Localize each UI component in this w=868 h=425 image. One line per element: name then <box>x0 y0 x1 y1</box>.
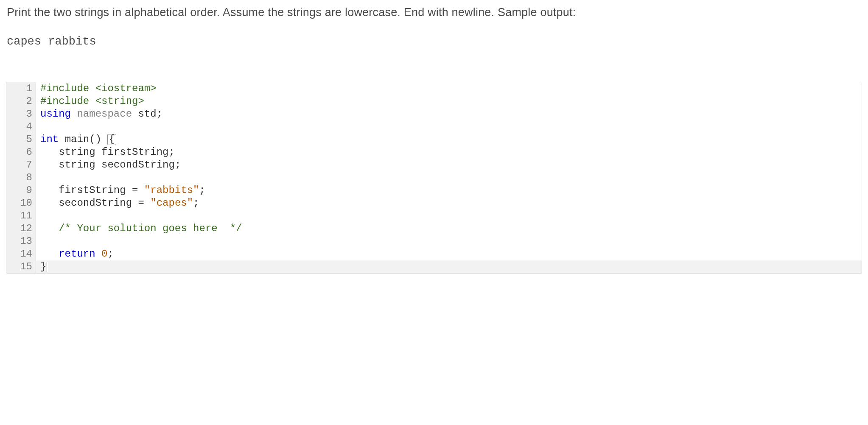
code-line[interactable]: 5int main() { <box>6 133 862 146</box>
code-token: return <box>59 248 95 260</box>
code-token <box>132 108 138 120</box>
code-line[interactable]: 12 /* Your solution goes here */ <box>6 222 862 235</box>
code-editor-content[interactable]: 1#include <iostream>2#include <string>3u… <box>6 82 862 273</box>
code-text[interactable] <box>36 171 862 184</box>
line-number: 6 <box>6 146 36 159</box>
code-token: ; <box>157 108 162 120</box>
code-token: ; <box>199 185 205 196</box>
code-token <box>71 108 77 120</box>
code-token: "rabbits" <box>144 185 199 196</box>
code-token <box>59 134 64 145</box>
code-line[interactable]: 15} <box>6 260 862 273</box>
code-token: } <box>40 261 46 272</box>
code-token: = <box>138 197 150 209</box>
code-text[interactable]: #include <string> <box>36 95 862 108</box>
sample-output: capes rabbits <box>7 35 862 48</box>
page-root: Print the two strings in alphabetical or… <box>0 0 868 274</box>
code-line[interactable]: 1#include <iostream> <box>6 82 862 95</box>
code-token: main <box>65 134 90 145</box>
line-number: 2 <box>6 95 36 108</box>
code-text[interactable]: int main() { <box>36 133 862 146</box>
code-token: <string> <box>95 95 144 107</box>
code-token: ; <box>193 197 199 209</box>
code-text[interactable] <box>36 210 862 222</box>
code-token <box>40 248 59 260</box>
code-token: "capes" <box>150 197 193 209</box>
code-token: ; <box>175 159 181 171</box>
code-text[interactable]: return 0; <box>36 248 862 260</box>
line-number: 12 <box>6 222 36 235</box>
code-text[interactable]: using namespace std; <box>36 108 862 120</box>
code-token <box>40 159 59 171</box>
code-token: { <box>107 134 116 145</box>
code-token: int <box>40 134 59 145</box>
code-token: = <box>132 185 144 196</box>
problem-instructions: Print the two strings in alphabetical or… <box>7 6 862 19</box>
line-number: 13 <box>6 235 36 248</box>
code-token: 0 <box>101 248 107 260</box>
code-token: secondString <box>59 197 138 209</box>
code-line[interactable]: 2#include <string> <box>6 95 862 108</box>
code-text[interactable]: firstString = "rabbits"; <box>36 184 862 197</box>
code-token: #include <box>40 83 95 94</box>
code-text[interactable]: secondString = "capes"; <box>36 197 862 210</box>
code-token: () <box>89 134 107 145</box>
code-line[interactable]: 8 <box>6 171 862 184</box>
code-line[interactable]: 11 <box>6 210 862 222</box>
line-number: 7 <box>6 159 36 171</box>
code-token: namespace <box>77 108 132 120</box>
line-number: 14 <box>6 248 36 260</box>
code-line[interactable]: 7 string secondString; <box>6 159 862 171</box>
code-token <box>40 197 59 209</box>
code-text[interactable]: } <box>36 260 862 273</box>
code-token: <iostream> <box>95 83 157 94</box>
code-token <box>40 185 59 196</box>
code-text[interactable] <box>36 235 862 248</box>
code-token <box>40 223 59 234</box>
line-number: 5 <box>6 133 36 146</box>
line-number: 9 <box>6 184 36 197</box>
code-text[interactable] <box>36 120 862 133</box>
code-token: string firstString <box>59 146 168 158</box>
line-number: 1 <box>6 82 36 95</box>
code-line[interactable]: 4 <box>6 120 862 133</box>
code-line[interactable]: 3using namespace std; <box>6 108 862 120</box>
code-text[interactable]: #include <iostream> <box>36 82 862 95</box>
code-line[interactable]: 14 return 0; <box>6 248 862 260</box>
code-token: std <box>138 108 156 120</box>
code-text[interactable]: string secondString; <box>36 159 862 171</box>
code-token: using <box>40 108 71 120</box>
code-line[interactable]: 13 <box>6 235 862 248</box>
code-token: #include <box>40 95 95 107</box>
line-number: 3 <box>6 108 36 120</box>
code-token <box>40 146 59 158</box>
code-token: /* Your solution goes here */ <box>59 223 242 234</box>
code-line[interactable]: 10 secondString = "capes"; <box>6 197 862 210</box>
code-token: ; <box>107 248 113 260</box>
code-text[interactable]: /* Your solution goes here */ <box>36 222 862 235</box>
code-line[interactable]: 9 firstString = "rabbits"; <box>6 184 862 197</box>
line-number: 10 <box>6 197 36 210</box>
line-number: 15 <box>6 260 36 273</box>
code-token: ; <box>168 146 174 158</box>
code-editor[interactable]: 1#include <iostream>2#include <string>3u… <box>6 82 862 274</box>
line-number: 4 <box>6 120 36 133</box>
code-token <box>47 262 47 272</box>
code-token: string secondString <box>59 159 175 171</box>
code-text[interactable]: string firstString; <box>36 146 862 159</box>
code-token <box>95 248 101 260</box>
line-number: 8 <box>6 171 36 184</box>
line-number: 11 <box>6 210 36 222</box>
code-token: firstString <box>59 185 132 196</box>
code-line[interactable]: 6 string firstString; <box>6 146 862 159</box>
